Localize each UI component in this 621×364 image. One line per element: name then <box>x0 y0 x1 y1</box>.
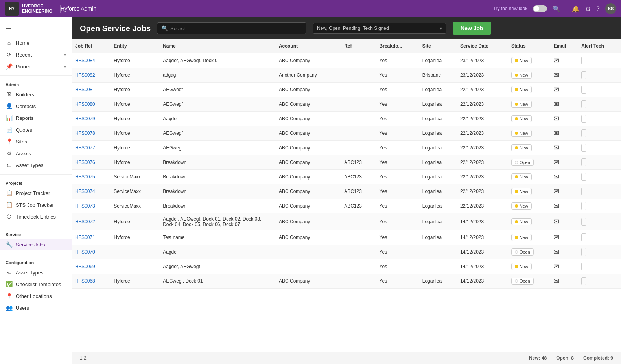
job-ref-link[interactable]: HFS0077 <box>75 145 95 151</box>
search-input[interactable] <box>170 26 302 31</box>
avatar[interactable]: SS <box>605 3 616 14</box>
new-job-button[interactable]: New Job <box>453 22 491 35</box>
alert-tech-icon[interactable]: ! <box>581 86 586 94</box>
status-badge[interactable]: New <box>511 101 532 108</box>
sidebar-item-users[interactable]: 👥 Users <box>0 302 72 314</box>
email-icon[interactable]: ✉ <box>553 129 559 138</box>
sidebar-item-config-asset-types[interactable]: 🏷 Asset Types <box>0 267 72 278</box>
alert-tech-icon[interactable]: ! <box>581 202 586 210</box>
alert-tech-icon[interactable]: ! <box>581 277 586 285</box>
bell-icon[interactable]: 🔔 <box>572 5 580 13</box>
sidebar-item-checklist-templates[interactable]: ✅ Checklist Templates <box>0 278 72 290</box>
alert-tech-icon[interactable]: ! <box>581 188 586 195</box>
email-icon[interactable]: ✉ <box>553 233 559 242</box>
status-badge[interactable]: New <box>511 218 532 225</box>
status-badge[interactable]: New <box>511 188 532 195</box>
alert-tech-icon[interactable]: ! <box>581 173 586 181</box>
email-icon[interactable]: ✉ <box>553 277 559 285</box>
email-icon[interactable]: ✉ <box>553 173 559 181</box>
sidebar-label-config-asset-types: Asset Types <box>16 270 66 276</box>
email-icon[interactable]: ✉ <box>553 100 559 108</box>
sidebar-item-reports[interactable]: 📊 Reports <box>0 112 72 124</box>
alert-tech-icon[interactable]: ! <box>581 248 586 256</box>
status-badge[interactable]: New <box>511 173 532 180</box>
job-ref-link[interactable]: HFS0072 <box>75 219 95 224</box>
status-badge[interactable]: New <box>511 72 532 79</box>
alert-tech-icon[interactable]: ! <box>581 129 586 137</box>
status-badge[interactable]: New <box>511 263 532 270</box>
sidebar-item-builders[interactable]: 🏗 Builders <box>0 88 72 100</box>
try-new-look-link[interactable]: Try the new look <box>493 6 528 11</box>
email-icon[interactable]: ✉ <box>553 187 559 196</box>
alert-tech-icon[interactable]: ! <box>581 57 586 64</box>
job-ref-link[interactable]: HFS0078 <box>75 131 95 136</box>
job-ref-link[interactable]: HFS0075 <box>75 174 95 180</box>
alert-tech-icon[interactable]: ! <box>581 158 586 166</box>
status-badge[interactable]: New <box>511 57 532 64</box>
settings-icon[interactable]: ⚙ <box>585 5 591 13</box>
hamburger-button[interactable]: ☰ <box>0 17 72 35</box>
status-badge[interactable]: New <box>511 115 532 122</box>
status-badge[interactable]: New <box>511 144 532 151</box>
status-badge[interactable]: Open <box>511 159 534 166</box>
try-toggle[interactable] <box>533 5 547 12</box>
filter-dropdown[interactable]: New, Open, Pending, Tech Signed ▾ <box>313 23 446 34</box>
alert-tech-icon[interactable]: ! <box>581 144 586 152</box>
sidebar-item-sts-job-tracker[interactable]: 📋 STS Job Tracker <box>0 199 72 211</box>
status-badge[interactable]: Open <box>511 278 534 285</box>
sidebar-item-contacts[interactable]: 👤 Contacts <box>0 100 72 112</box>
status-badge[interactable]: New <box>511 234 532 241</box>
email-icon[interactable]: ✉ <box>553 202 559 210</box>
footer-version: 1.2 <box>80 355 529 361</box>
search-icon[interactable]: 🔍 <box>553 5 560 13</box>
job-ref-link[interactable]: HFS0082 <box>75 72 95 78</box>
alert-tech-icon[interactable]: ! <box>581 233 586 241</box>
job-ref-link[interactable]: HFS0069 <box>75 264 95 269</box>
job-ref-link[interactable]: HFS0073 <box>75 203 95 209</box>
help-icon[interactable]: ? <box>596 5 600 12</box>
email-icon[interactable]: ✉ <box>553 217 559 226</box>
status-badge[interactable]: New <box>511 130 532 137</box>
status-badge[interactable]: New <box>511 86 532 93</box>
alert-tech-icon[interactable]: ! <box>581 218 586 226</box>
table-row: HFS0068 Hyforce AEGwegf, Dock 01 ABC Com… <box>72 274 621 289</box>
job-ref-link[interactable]: HFS0076 <box>75 160 95 165</box>
cell-status: New <box>508 230 550 245</box>
alert-tech-icon[interactable]: ! <box>581 115 586 123</box>
job-ref-link[interactable]: HFS0068 <box>75 278 95 284</box>
sidebar-item-sites[interactable]: 📍 Sites <box>0 136 72 147</box>
sidebar-item-quotes[interactable]: 📄 Quotes <box>0 124 72 136</box>
job-ref-link[interactable]: HFS0079 <box>75 116 95 121</box>
status-badge[interactable]: New <box>511 202 532 210</box>
sidebar-item-project-tracker[interactable]: 📋 Project Tracker <box>0 187 72 199</box>
email-icon[interactable]: ✉ <box>553 158 559 167</box>
sidebar-item-service-jobs[interactable]: 🔧 Service Jobs <box>0 239 72 250</box>
email-icon[interactable]: ✉ <box>553 262 559 271</box>
cell-job-ref: HFS0084 <box>72 53 111 68</box>
job-ref-link[interactable]: HFS0081 <box>75 87 95 92</box>
sidebar-item-asset-types[interactable]: 🏷 Asset Types <box>0 159 72 171</box>
search-box[interactable]: 🔍 <box>157 22 306 34</box>
job-ref-link[interactable]: HFS0070 <box>75 249 95 255</box>
sidebar-item-other-locations[interactable]: 📍 Other Locations <box>0 290 72 302</box>
job-ref-link[interactable]: HFS0080 <box>75 101 95 107</box>
job-ref-link[interactable]: HFS0074 <box>75 189 95 194</box>
job-ref-link[interactable]: HFS0071 <box>75 235 95 240</box>
email-icon[interactable]: ✉ <box>553 85 559 94</box>
sidebar-item-home[interactable]: ⌂ Home <box>0 37 72 49</box>
alert-tech-icon[interactable]: ! <box>581 263 586 270</box>
sidebar-item-assets[interactable]: ⚙ Assets <box>0 147 72 159</box>
alert-tech-icon[interactable]: ! <box>581 100 586 108</box>
sidebar-item-timeclock[interactable]: ⏱ Timeclock Entries <box>0 211 72 222</box>
sidebar-item-recent[interactable]: ⟳ Recent ▾ <box>0 49 72 61</box>
email-icon[interactable]: ✉ <box>553 143 559 152</box>
email-icon[interactable]: ✉ <box>553 71 559 79</box>
sidebar-item-pinned[interactable]: 📌 Pinned ▾ <box>0 61 72 72</box>
table-row: HFS0081 Hyforce AEGwegf ABC Company Yes … <box>72 83 621 97</box>
email-icon[interactable]: ✉ <box>553 114 559 123</box>
email-icon[interactable]: ✉ <box>553 56 559 65</box>
email-icon[interactable]: ✉ <box>553 248 559 256</box>
job-ref-link[interactable]: HFS0084 <box>75 58 95 63</box>
status-badge[interactable]: Open <box>511 248 534 256</box>
alert-tech-icon[interactable]: ! <box>581 71 586 79</box>
